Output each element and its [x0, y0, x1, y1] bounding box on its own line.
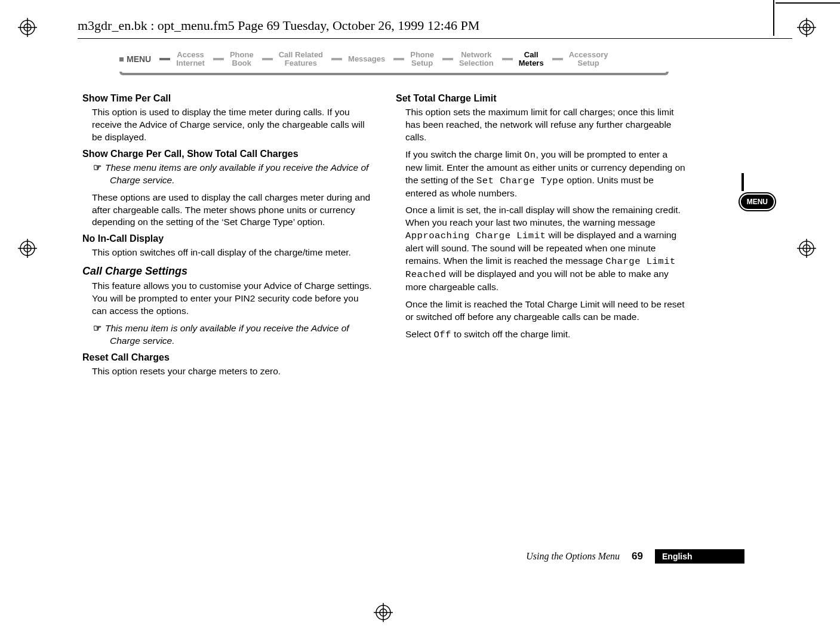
note-hand-icon: ☞: [93, 162, 101, 173]
heading-set-total-charge-limit: Set Total Charge Limit: [396, 93, 685, 104]
lcd-text: On: [524, 150, 536, 161]
heading-no-in-call-display: No In-Call Display: [82, 233, 372, 244]
menu-item-label: Meters: [519, 59, 544, 67]
menu-item-label: Setup: [578, 59, 599, 67]
menu-item-phone-book: Phone Book: [213, 51, 254, 68]
crop-mark-icon: [776, 2, 840, 4]
menu-item-label: Call Related: [279, 51, 323, 59]
menu-item-messages: Messages: [331, 55, 385, 63]
menu-item-label: Internet: [176, 59, 205, 67]
menu-separator-icon: [331, 58, 342, 60]
menu-underbar: [119, 72, 669, 75]
menu-item-access-internet: Access Internet: [159, 51, 205, 68]
menu-item-label: Call: [524, 51, 539, 59]
note-text: ☞These menu items are only available if …: [110, 162, 372, 187]
heading-call-charge-settings: Call Charge Settings: [82, 265, 372, 278]
menu-separator-icon: [159, 58, 170, 60]
body-text: This option switches off in-call display…: [92, 247, 372, 259]
menu-item-call-related-features: Call Related Features: [262, 51, 323, 68]
menu-item-label: Access: [177, 51, 204, 59]
menu-item-call-meters: Call Meters: [502, 51, 544, 68]
lcd-text: Set Charge Type: [476, 176, 564, 186]
lcd-text: Off: [433, 330, 451, 340]
menu-separator-icon: [262, 58, 273, 60]
left-column: Show Time Per Call This option is used t…: [82, 90, 372, 383]
heading-show-charge-per-call: Show Charge Per Call, Show Total Call Ch…: [82, 149, 372, 159]
menu-item-phone-setup: Phone Setup: [393, 51, 434, 68]
menu-item-label: Selection: [459, 59, 494, 67]
registration-mark-icon: [18, 18, 37, 37]
body-text: Select Off to switch off the charge limi…: [405, 328, 685, 341]
footer-page-number: 69: [632, 550, 643, 562]
menu-item-label: Book: [232, 59, 252, 67]
registration-mark-icon: [797, 18, 816, 37]
body-text: Once the limit is reached the Total Char…: [405, 298, 685, 324]
menu-separator-icon: [213, 58, 224, 60]
body-text: This option is used to display the time …: [92, 106, 372, 144]
menu-item-label: Messages: [348, 55, 385, 63]
menu-separator-icon: [393, 58, 404, 60]
body-text: This option resets your charge meters to…: [92, 365, 372, 378]
side-tab-menu: MENU: [740, 193, 775, 210]
menu-item-label: Network: [461, 51, 491, 59]
menu-separator-icon: [552, 58, 563, 60]
registration-mark-icon: [797, 239, 816, 258]
document-header-text: m3gdr_en.bk : opt_menu.fm5 Page 69 Tuesd…: [78, 18, 792, 33]
menu-item-accessory-setup: Accessory Setup: [552, 51, 608, 68]
change-bar: [741, 173, 744, 191]
menu-separator-icon: [502, 58, 513, 60]
divider: [78, 38, 792, 39]
footer-section-title: Using the Options Menu: [526, 551, 620, 562]
registration-mark-icon: [374, 603, 393, 622]
menu-item-label: Features: [285, 59, 317, 67]
right-column: Set Total Charge Limit This option sets …: [396, 90, 685, 383]
menu-item-label: Phone: [410, 51, 434, 59]
document-header: m3gdr_en.bk : opt_menu.fm5 Page 69 Tuesd…: [78, 18, 792, 39]
footer-language-badge: English: [655, 549, 744, 564]
body-text: This option sets the maximum limit for c…: [405, 106, 685, 144]
body-text: Once a limit is set, the in-call display…: [405, 204, 685, 293]
note-hand-icon: ☞: [93, 323, 101, 333]
menu-breadcrumb: MENU Access Internet Phone Book Call Rel…: [119, 51, 669, 75]
menu-item-label: Accessory: [569, 51, 608, 59]
registration-mark-icon: [18, 239, 37, 258]
body-text: This feature allows you to customise you…: [92, 280, 372, 318]
body-text: These options are used to display the ca…: [92, 192, 372, 229]
lcd-text: Approaching Charge Limit: [405, 230, 546, 241]
menu-lead-label: MENU: [119, 54, 151, 64]
menu-item-label: Phone: [230, 51, 254, 59]
note-text: ☞This menu item is only available if you…: [110, 322, 372, 347]
body-text: If you switch the charge limit On, you w…: [405, 149, 685, 200]
heading-reset-call-charges: Reset Call Charges: [82, 352, 372, 363]
menu-item-network-selection: Network Selection: [442, 51, 494, 68]
menu-separator-icon: [442, 58, 453, 60]
menu-item-label: Setup: [411, 59, 433, 67]
heading-show-time-per-call: Show Time Per Call: [82, 93, 372, 104]
